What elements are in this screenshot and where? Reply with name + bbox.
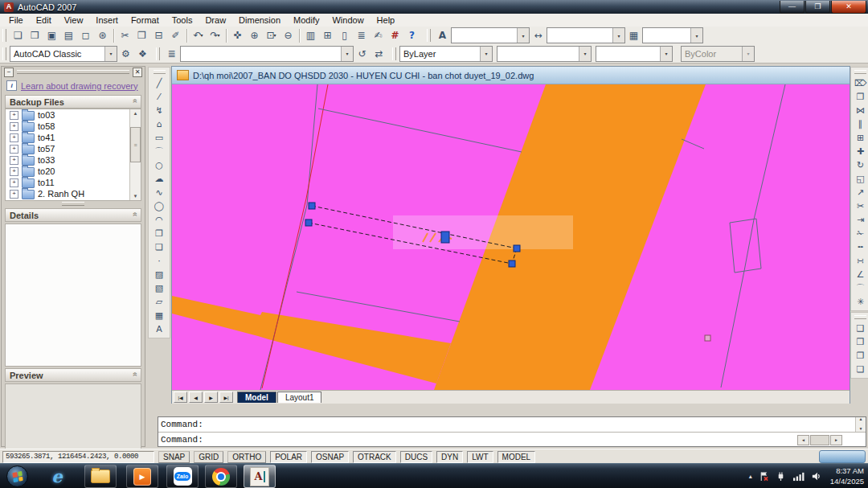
ortho-toggle[interactable]: ORTHO: [227, 451, 266, 463]
menu-format[interactable]: Format: [125, 14, 166, 26]
bring-to-front-button[interactable]: ❑: [853, 322, 868, 335]
toolbar-grip[interactable]: [854, 70, 866, 74]
workspace-settings-button[interactable]: ⚙: [117, 46, 134, 61]
properties-button[interactable]: ▥: [302, 28, 319, 43]
drawing-titlebar[interactable]: D:\qh moi\2007_BAN DO QHSDD 2030 - HUYEN…: [172, 67, 850, 84]
polar-toggle[interactable]: POLAR: [270, 451, 307, 463]
toolbar-grip[interactable]: [392, 47, 396, 60]
expand-icon[interactable]: +: [10, 156, 18, 165]
stretch-button[interactable]: ↗: [853, 186, 868, 199]
preview-header[interactable]: Preview »: [5, 368, 141, 382]
menu-edit[interactable]: Edit: [30, 14, 58, 26]
scroll-down-icon[interactable]: ▼: [859, 427, 862, 432]
color-select[interactable]: ByLayer ▾: [399, 46, 493, 62]
insert-block-button[interactable]: ❐: [151, 227, 167, 240]
drawing-canvas[interactable]: [172, 84, 850, 390]
expand-icon[interactable]: +: [10, 178, 18, 187]
menu-view[interactable]: View: [58, 14, 90, 26]
paste-button[interactable]: ⊟: [150, 28, 167, 43]
designcenter-button[interactable]: ⊞: [319, 28, 336, 43]
taskbar-clock[interactable]: 8:37 AM 14/4/2025: [828, 466, 864, 486]
hatch-button[interactable]: ▨: [151, 268, 167, 281]
expand-icon[interactable]: +: [10, 122, 18, 131]
circle-button[interactable]: ○: [151, 158, 167, 172]
fillet-button[interactable]: ⌒: [853, 281, 868, 295]
send-to-back-button[interactable]: ❒: [853, 335, 868, 349]
tree-item-ranh-qh[interactable]: + 2. Ranh QH: [6, 188, 141, 199]
tray-expand-icon[interactable]: ▴: [749, 473, 752, 480]
make-block-button[interactable]: ❏: [151, 240, 167, 254]
publish-button[interactable]: ⊛: [94, 28, 111, 43]
coordinates-readout[interactable]: 593265.3871, 1216454.2423, 0.0000: [2, 451, 154, 463]
menu-window[interactable]: Window: [326, 14, 370, 26]
scale-button[interactable]: ◱: [853, 172, 868, 186]
tab-first-button[interactable]: |◀: [174, 392, 187, 403]
make-layer-current-button[interactable]: ↺: [354, 46, 371, 61]
otrack-toggle[interactable]: OTRACK: [353, 451, 396, 463]
tree-item-to03[interactable]: + to03: [6, 109, 141, 121]
quickcalc-button[interactable]: #: [387, 28, 403, 43]
scrollbar-thumb[interactable]: [810, 435, 829, 445]
layer-previous-button[interactable]: ⇄: [371, 46, 387, 61]
toolbar-grip[interactable]: [427, 29, 431, 42]
zoom-previous-button[interactable]: ⊖: [280, 28, 297, 43]
command-window[interactable]: Command: ▲ ▼ Command: ◀ ▶: [158, 416, 866, 447]
undo-button[interactable]: ↶▾: [190, 28, 207, 43]
mirror-button[interactable]: ⋈: [853, 104, 868, 117]
scroll-down-icon[interactable]: ▼: [133, 192, 138, 200]
break-at-point-button[interactable]: ✁: [853, 227, 868, 240]
open-button[interactable]: ❒: [27, 28, 43, 43]
spline-button[interactable]: ∿: [151, 186, 167, 199]
menu-tools[interactable]: Tools: [166, 14, 199, 26]
tree-item-to58[interactable]: + to58: [6, 121, 141, 132]
table-button[interactable]: ▦: [151, 309, 167, 322]
speaker-icon[interactable]: [811, 471, 821, 482]
scroll-right-icon[interactable]: ▶: [830, 435, 842, 445]
rectangle-button[interactable]: ▭: [151, 131, 167, 145]
details-header[interactable]: Details »: [5, 208, 141, 222]
qnew-button[interactable]: ❏: [10, 28, 27, 43]
explode-button[interactable]: ✳: [853, 295, 868, 309]
taskbar-autocad[interactable]: A: [244, 465, 276, 488]
sheetset-manager-button[interactable]: ≣: [353, 28, 370, 43]
menu-file[interactable]: File: [2, 14, 30, 26]
action-center-flag-icon[interactable]: [759, 471, 769, 482]
tree-item-to33[interactable]: + to33: [6, 154, 141, 166]
taskbar-zalo[interactable]: Zalo: [166, 465, 199, 488]
rotate-button[interactable]: ↻: [853, 158, 868, 172]
tool-palettes-button[interactable]: ▯: [336, 28, 353, 43]
join-button[interactable]: ∺: [853, 254, 868, 268]
palette-collapse-button[interactable]: −: [4, 68, 14, 77]
my-workspace-button[interactable]: ❖: [134, 46, 151, 61]
command-input-line[interactable]: Command: ◀ ▶: [158, 433, 866, 447]
expand-icon[interactable]: +: [10, 111, 18, 120]
tree-scrollbar[interactable]: ▲ ≡ ▼: [129, 109, 141, 200]
multiline-text-button[interactable]: A: [151, 322, 167, 336]
menu-help[interactable]: Help: [371, 14, 402, 26]
grip-vertex[interactable]: [514, 245, 520, 252]
copy-button[interactable]: ❐: [853, 90, 868, 104]
restore-button[interactable]: ❐: [805, 1, 830, 14]
status-tray-lozenge[interactable]: [819, 450, 866, 463]
linetype-select[interactable]: ▾: [497, 46, 592, 62]
text-style-select[interactable]: ▾: [451, 27, 530, 43]
dyn-toggle[interactable]: DYN: [436, 451, 463, 463]
grip-vertex[interactable]: [309, 203, 315, 209]
layer-select[interactable]: ▾: [180, 46, 354, 62]
taskbar-internet-explorer[interactable]: e: [41, 465, 73, 488]
taskbar-media-player[interactable]: ▶: [126, 465, 158, 488]
menu-insert[interactable]: Insert: [89, 14, 125, 26]
tree-item-to20[interactable]: + to20: [6, 166, 141, 177]
match-properties-button[interactable]: ✐: [167, 28, 184, 43]
help-button[interactable]: ?: [403, 28, 420, 43]
send-under-objects-button[interactable]: ❏: [853, 363, 868, 376]
osnap-toggle[interactable]: OSNAP: [311, 451, 349, 463]
network-signal-icon[interactable]: [792, 471, 805, 482]
toolbar-grip[interactable]: [2, 47, 6, 60]
toolbar-grip[interactable]: [854, 315, 866, 319]
tab-model[interactable]: Model: [237, 392, 276, 403]
chamfer-button[interactable]: ∠: [853, 268, 868, 281]
toolbar-grip[interactable]: [156, 47, 160, 60]
copy-clip-button[interactable]: ❐: [133, 28, 150, 43]
erase-button[interactable]: ⌦: [853, 76, 868, 90]
